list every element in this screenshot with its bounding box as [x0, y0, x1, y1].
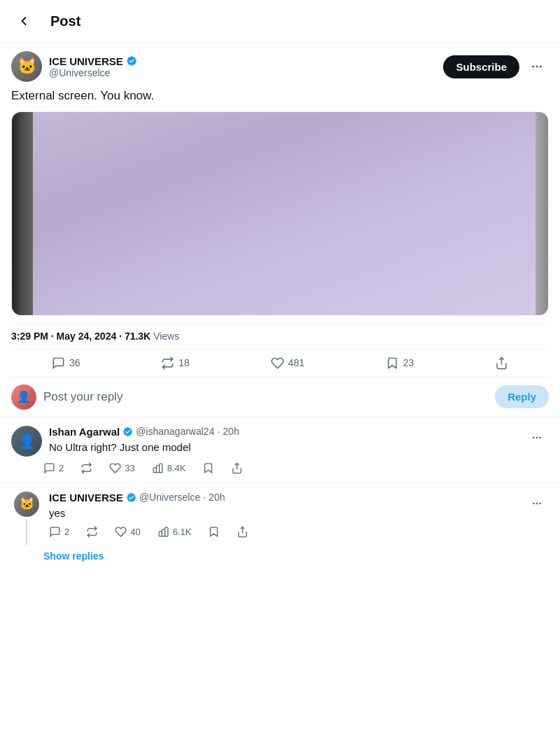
comment-ishan-handle: @ishanagarwal24 — [136, 426, 214, 437]
avatar-ishan[interactable]: 👤 — [11, 426, 42, 457]
stats-row: 36 18 481 23 — [11, 349, 549, 377]
verified-icon — [126, 55, 137, 67]
comment-ishan-bookmark[interactable] — [202, 462, 214, 474]
comment-icon — [52, 356, 65, 370]
svg-point-1 — [536, 66, 538, 68]
reply-input-row: 👤 Post your reply Reply — [0, 377, 560, 417]
author-info: ICE UNIVERSE @Universelce — [49, 55, 137, 78]
comment-ishan-left: 👤 Ishan Agarwal @ishanagarwal24 · 20h No… — [11, 426, 239, 457]
comment-ice-content: ICE UNIVERSE @Universelce · 20h yes — [49, 483, 549, 545]
current-user-avatar: 👤 — [11, 384, 36, 410]
phone-edge-right — [536, 112, 548, 315]
heart-icon — [271, 356, 284, 370]
retweets-stat[interactable]: 18 — [161, 356, 190, 370]
replies-stat[interactable]: 36 — [52, 356, 80, 370]
svg-point-4 — [533, 436, 535, 438]
post-text: External screen. You know. — [11, 88, 549, 104]
svg-point-8 — [533, 502, 535, 504]
comment-ice-retweets[interactable] — [86, 526, 98, 538]
likes-stat[interactable]: 481 — [271, 356, 304, 370]
more-options-button[interactable] — [525, 55, 549, 78]
comment-ishan-author-row: Ishan Agarwal @ishanagarwal24 · 20h — [49, 426, 239, 438]
svg-point-2 — [540, 66, 542, 68]
retweet-icon — [161, 356, 174, 370]
comment-ice-stats: 2 40 6.1K — [49, 526, 549, 538]
svg-point-9 — [536, 502, 538, 504]
comment-ice-time: 20h — [209, 492, 225, 503]
back-button[interactable] — [11, 8, 36, 34]
comment-ishan: 👤 Ishan Agarwal @ishanagarwal24 · 20h No… — [0, 417, 560, 483]
comment-ishan-verified-icon — [122, 426, 133, 437]
comment-ishan-header: 👤 Ishan Agarwal @ishanagarwal24 · 20h No… — [11, 426, 549, 457]
comment-ice-handle: @Universelce — [139, 492, 200, 503]
svg-point-0 — [532, 66, 534, 68]
phone-edge-left — [12, 112, 33, 315]
bookmarks-stat[interactable]: 23 — [386, 356, 414, 370]
author-handle: @Universelce — [49, 67, 137, 78]
comment-ishan-views[interactable]: 8.4K — [152, 462, 186, 474]
subscribe-button[interactable]: Subscribe — [443, 55, 519, 78]
comment-ice-author-row: ICE UNIVERSE @Universelce · 20h — [49, 492, 225, 504]
post-meta: 3:29 PM · May 24, 2024 · 71.3K Views — [11, 323, 549, 349]
share-icon — [495, 356, 508, 370]
comments-section: 👤 Ishan Agarwal @ishanagarwal24 · 20h No… — [0, 417, 560, 570]
svg-point-10 — [539, 502, 541, 504]
comment-ice-bookmark[interactable] — [208, 526, 220, 538]
author-name: ICE UNIVERSE — [49, 55, 137, 67]
comment-ice-views[interactable]: 6.1K — [158, 526, 192, 538]
avatar-ice-reply[interactable]: 🐱 — [14, 492, 39, 517]
comment-ice-name: ICE UNIVERSE — [49, 492, 123, 504]
comment-ishan-more-button[interactable] — [525, 426, 549, 450]
comment-ishan-time: 20h — [223, 426, 239, 437]
comment-ishan-share[interactable] — [231, 462, 243, 474]
post-actions-right: Subscribe — [443, 55, 549, 78]
comment-ishan-name: Ishan Agarwal — [49, 426, 120, 438]
comment-ishan-retweets[interactable] — [80, 462, 92, 474]
comment-ice-verified-icon — [126, 492, 136, 503]
post-author-left: 🐱 ICE UNIVERSE @Universelce — [11, 51, 137, 82]
svg-point-6 — [539, 436, 541, 438]
show-replies-link[interactable]: Show replies — [0, 545, 560, 570]
reply-button[interactable]: Reply — [495, 385, 549, 408]
post-image — [11, 111, 549, 316]
comment-ice-share[interactable] — [237, 526, 248, 538]
comment-ice-author-block: ICE UNIVERSE @Universelce · 20h yes — [49, 492, 225, 520]
svg-point-5 — [536, 436, 538, 438]
reply-input[interactable]: Post your reply — [43, 390, 488, 404]
comment-ishan-replies[interactable]: 2 — [43, 462, 64, 474]
comment-ishan-likes[interactable]: 33 — [109, 462, 134, 474]
comment-ishan-stats: 2 33 8.4K — [43, 462, 549, 474]
comment-ice-thread: 🐱 ICE UNIVERSE @Universelce · 20h yes — [0, 483, 560, 545]
comment-ishan-text: No Ultra right? Just one model — [49, 440, 239, 454]
thread-line — [26, 520, 27, 545]
post-container: 🐱 ICE UNIVERSE @Universelce Subscribe Ex… — [0, 43, 560, 377]
page-title: Post — [50, 13, 80, 29]
comment-ice-more-button[interactable] — [525, 492, 549, 515]
comment-ishan-author-block: Ishan Agarwal @ishanagarwal24 · 20h No U… — [49, 426, 239, 457]
header: Post — [0, 0, 560, 43]
bookmark-icon — [386, 356, 399, 370]
comment-ice-replies[interactable]: 2 — [49, 526, 69, 538]
comment-ice-likes[interactable]: 40 — [115, 526, 140, 538]
share-stat[interactable] — [495, 356, 508, 370]
post-author-row: 🐱 ICE UNIVERSE @Universelce Subscribe — [11, 51, 549, 82]
comment-ice-text: yes — [49, 506, 225, 520]
avatar[interactable]: 🐱 — [11, 51, 42, 82]
